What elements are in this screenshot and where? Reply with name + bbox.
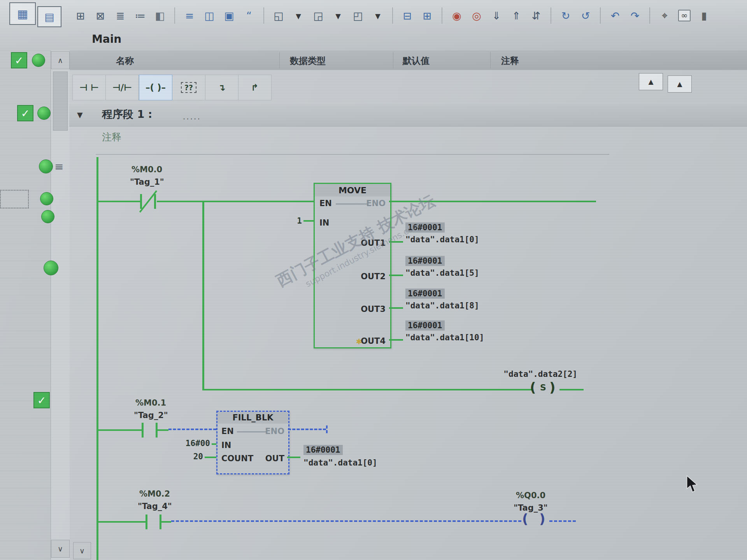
power-rail [96, 157, 98, 560]
sidebar-scroll-up-button[interactable]: ∧ [51, 51, 70, 69]
insert-box-menu-icon[interactable]: ▾ [330, 7, 346, 24]
stop-cpu-icon[interactable]: ↺ [577, 7, 594, 24]
split-vertical-icon[interactable]: ▣ [221, 7, 237, 24]
search-icon[interactable]: ⌖ [656, 7, 673, 24]
column-comment[interactable]: 注释 [501, 55, 519, 67]
output-coil-tag3[interactable]: ( ) [522, 511, 547, 530]
contact-nc-button[interactable]: ⊣/⊢ [106, 75, 139, 100]
coil-address[interactable]: %Q0.0 [516, 491, 545, 500]
wire [98, 429, 142, 431]
out3-operand[interactable]: "data".data1[8] [405, 301, 479, 310]
network-title[interactable]: 程序段 1 : [102, 107, 152, 121]
coil-close: ) [549, 380, 556, 395]
move-block[interactable]: MOVE EN ENO IN OUT1 OUT2 OUT3 ✱ OUT4 [314, 183, 391, 348]
column-name[interactable]: 名称 [116, 55, 134, 67]
fill-en-port[interactable]: EN [221, 427, 234, 436]
contact1-address[interactable]: %M0.0 [132, 165, 162, 174]
open-branch-tool-button[interactable]: ↴ [205, 75, 238, 100]
expand-networks-icon[interactable]: ⊟ [399, 7, 416, 24]
row-checkbox-1[interactable]: ✓ [11, 52, 27, 68]
comments-toggle-icon[interactable]: “ [241, 7, 257, 24]
variable-table-header: 名称 数据类型 默认值 注释 [69, 51, 747, 71]
column-data-type[interactable]: 数据类型 [290, 55, 326, 67]
undo-icon[interactable]: ↶ [607, 7, 623, 24]
insert-row-icon[interactable]: ≣ [112, 7, 128, 24]
network-header[interactable] [69, 104, 747, 126]
move-out2-port[interactable]: OUT2 [361, 272, 386, 281]
go-offline-icon[interactable]: ◎ [468, 7, 485, 24]
contact2-address[interactable]: %M0.1 [135, 398, 166, 408]
coil-button[interactable]: –( )– [139, 75, 172, 100]
upload-icon[interactable]: ⇑ [508, 7, 524, 24]
redo-icon[interactable]: ↷ [627, 7, 643, 24]
nc-contact-tag1[interactable] [137, 193, 160, 210]
open-branch-menu-icon[interactable]: ▾ [370, 7, 386, 24]
fill-out-operand[interactable]: "data".data1[0] [303, 458, 377, 467]
row-checkbox-3[interactable]: ✓ [33, 392, 50, 408]
insert-network-menu-icon[interactable]: ▾ [290, 7, 307, 24]
insert-box-icon[interactable]: ◲ [310, 7, 326, 24]
out2-operand[interactable]: "data".data1[5] [405, 268, 479, 278]
move-eno-port[interactable]: ENO [366, 199, 386, 208]
sidebar-scroll-down-button[interactable]: ∨ [51, 540, 70, 558]
scroll-up-button-2[interactable]: ▲ [668, 75, 692, 93]
undo-glyph: ↶ [611, 10, 620, 22]
scroll-up-button[interactable]: ▲ [639, 73, 663, 90]
fill-count-port[interactable]: COUNT [221, 454, 253, 463]
absolute-operands-icon[interactable]: ≡ [181, 7, 198, 24]
start-cpu-icon[interactable]: ↻ [558, 7, 574, 24]
row-checkbox-2[interactable]: ✓ [17, 105, 33, 121]
fill-in-value[interactable]: 16#00 [171, 439, 210, 448]
compile-icon[interactable]: ⇵ [528, 7, 544, 24]
set-coil-operand[interactable]: "data".data2[2] [493, 369, 577, 379]
sidebar-scroll-thumb[interactable] [53, 72, 68, 131]
empty-box-button[interactable]: ?? [172, 75, 205, 100]
move-out1-port[interactable]: OUT1 [361, 238, 386, 248]
contact-no-button[interactable]: ⊣ ⊢ [72, 75, 106, 100]
set-coil[interactable]: ( S ) [530, 380, 558, 398]
open-branch-icon[interactable]: ◰ [350, 7, 366, 24]
fill-count-value[interactable]: 20 [186, 452, 203, 461]
insert-box-glyph: ◲ [313, 10, 323, 22]
split-horizontal-icon[interactable]: ◫ [201, 7, 217, 24]
toolbar-separator [600, 7, 601, 24]
move-out3-port[interactable]: OUT3 [361, 304, 386, 314]
move-out4-port[interactable]: OUT4 [361, 336, 386, 346]
column-default-value[interactable]: 默认值 [403, 55, 430, 67]
en-eno-link [336, 203, 368, 205]
go-online-icon[interactable]: ◉ [449, 7, 465, 24]
lock-icon[interactable]: ◧ [152, 7, 168, 24]
insert-network-icon[interactable]: ◱ [270, 7, 287, 24]
close-branch-tool-button[interactable]: ↱ [238, 75, 272, 100]
fill-eno-port[interactable]: ENO [265, 427, 284, 436]
delete-block-icon[interactable]: ⊠ [92, 7, 109, 24]
window-view-icon[interactable]: ▦ [9, 2, 36, 25]
window-layout-icon[interactable]: ▤ [37, 6, 61, 27]
out4-operand[interactable]: "data".data1[10] [405, 333, 484, 342]
fill-in-port[interactable]: IN [221, 441, 231, 450]
contact3-address[interactable]: %M0.2 [139, 489, 170, 499]
out1-operand[interactable]: "data".data1[0] [405, 235, 479, 244]
monitor-icon[interactable]: ∞ [676, 7, 693, 24]
row-menu-icon[interactable]: ≡ [54, 160, 63, 173]
contact1-tag[interactable]: "Tag_1" [130, 177, 164, 187]
network-collapse-icon[interactable]: ▼ [77, 110, 83, 119]
edit-properties-icon[interactable]: ≔ [132, 7, 148, 24]
toolbar-separator [551, 7, 551, 24]
out3-monitor-value: 16#0001 [405, 289, 445, 299]
collapse-networks-icon[interactable]: ⊞ [419, 7, 435, 24]
download-icon[interactable]: ⇓ [488, 7, 505, 24]
move-en-port[interactable]: EN [319, 199, 332, 208]
memory-card-glyph: ▮ [701, 10, 707, 22]
wire [98, 201, 141, 202]
network-comment[interactable]: 注释 [102, 131, 121, 144]
contact3-tag[interactable]: "Tag_4" [138, 502, 172, 511]
move-in-port[interactable]: IN [319, 218, 329, 228]
insert-block-icon[interactable]: ⊞ [72, 7, 89, 24]
move-in-value[interactable]: 1 [272, 216, 302, 226]
contact2-tag[interactable]: "Tag_2" [134, 411, 168, 420]
fill-blk-block[interactable]: FILL_BLK EN ENO IN COUNT OUT [216, 411, 289, 474]
editor-scroll-down-button[interactable]: ∨ [73, 542, 91, 559]
memory-card-icon[interactable]: ▮ [696, 7, 712, 24]
fill-out-port[interactable]: OUT [265, 454, 284, 463]
